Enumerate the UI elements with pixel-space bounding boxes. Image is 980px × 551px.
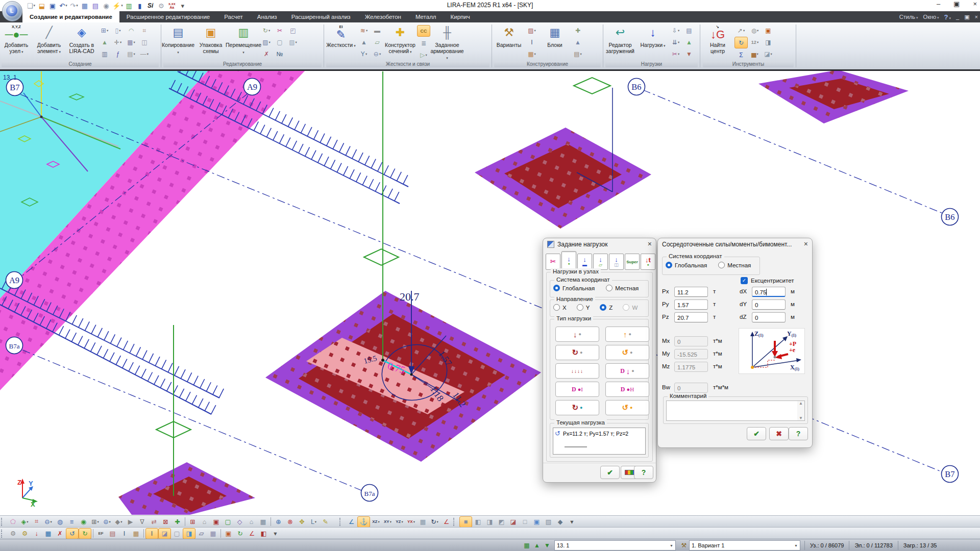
- building-icon[interactable]: ▥: [99, 48, 111, 59]
- fragment-icon[interactable]: ▢: [274, 37, 286, 47]
- mesh-view-icon[interactable]: ▦: [257, 517, 269, 527]
- local-axes-icon[interactable]: ∠: [246, 529, 258, 539]
- show-contour-icon[interactable]: ▱: [195, 529, 207, 539]
- dynamic-force-button[interactable]: D↓●: [605, 363, 649, 379]
- select-similar-icon[interactable]: ⊜▾: [101, 517, 113, 527]
- select-vertical-icon[interactable]: ◍: [54, 517, 66, 527]
- select-block-icon[interactable]: ⊞▾: [89, 517, 101, 527]
- pan-icon[interactable]: ✥: [296, 517, 308, 527]
- numbers-off-icon[interactable]: ↓: [31, 529, 42, 539]
- ef-stiffness-icon[interactable]: EF: [95, 529, 107, 539]
- invert-selection-icon[interactable]: ⇄: [148, 517, 160, 527]
- pz-field[interactable]: 20.7: [674, 312, 708, 322]
- coord-system-2-radio[interactable]: Местная: [718, 262, 751, 268]
- copy-props-icon[interactable]: ▧▾: [287, 37, 299, 47]
- unhide-icon[interactable]: ◇: [234, 517, 246, 527]
- wind-load-icon[interactable]: ▲: [683, 37, 695, 47]
- eccentricity-checkbox[interactable]: ✓ Ексцентриситет: [741, 277, 794, 284]
- pressure-icon[interactable]: ⇩▾: [670, 25, 682, 36]
- calc-sum-icon[interactable]: Σ: [734, 49, 748, 60]
- close-icon[interactable]: ×: [648, 240, 652, 248]
- tab-temp-loads[interactable]: ↓t●: [641, 254, 655, 270]
- concrete-icon[interactable]: ▨▾: [526, 25, 538, 36]
- proj-xy-icon[interactable]: XY▾: [382, 517, 394, 527]
- mdi-close-button[interactable]: ×: [975, 14, 978, 20]
- view-cube-right-icon[interactable]: ◪: [507, 517, 519, 527]
- dynamic-impulse-button[interactable]: D●I: [555, 382, 599, 397]
- variants-button[interactable]: ⚒Варианты: [493, 24, 525, 48]
- palette-icon[interactable]: ▣: [762, 25, 774, 36]
- stamp-icon[interactable]: ✗: [260, 48, 273, 59]
- view-cube-face-icon[interactable]: ▣: [531, 517, 543, 527]
- plate-icon[interactable]: ▤▾: [125, 48, 137, 59]
- force-down-button[interactable]: ↓●: [555, 327, 599, 342]
- toolbar-grip[interactable]: [453, 518, 457, 526]
- brush-select-icon[interactable]: ✚: [172, 517, 183, 527]
- load-case-editor-button[interactable]: ↩Редакторзагружений: [604, 24, 636, 54]
- show-mesh-icon[interactable]: ▦: [207, 529, 219, 539]
- case-combo[interactable]: 13. 1▼: [554, 540, 676, 550]
- delete-load-icon[interactable]: ✂▾: [670, 48, 682, 59]
- comment-scrollbar[interactable]: ▲▼: [797, 401, 804, 420]
- toolbar-overflow-icon[interactable]: ▾: [566, 517, 578, 527]
- app-logo[interactable]: L: [2, 1, 22, 21]
- frame-view-icon[interactable]: ⌂: [246, 517, 257, 527]
- rotate-left-icon[interactable]: ↺: [66, 528, 79, 539]
- loads-button[interactable]: ↓Нагрузки ▾: [637, 24, 669, 49]
- create-in-lira-cad-button[interactable]: ◈Создать вLIRA-CAD: [66, 24, 97, 54]
- case-up-icon[interactable]: ▲: [532, 541, 542, 550]
- support-icon[interactable]: ▲: [358, 37, 370, 47]
- dialog-title-bar[interactable]: Сосредоточенные силы/моменты/бимомент...: [658, 238, 812, 251]
- temp-load-icon[interactable]: ▼: [683, 48, 695, 59]
- variant-combo[interactable]: 1. Вариант 1▼: [689, 540, 800, 550]
- section-view-icon[interactable]: I: [118, 529, 130, 539]
- surface-formula-icon[interactable]: ƒ: [112, 48, 124, 59]
- joint-icon[interactable]: ✚: [572, 25, 584, 36]
- view-cube-section-icon[interactable]: ▧: [543, 517, 554, 527]
- proj-yx-icon[interactable]: YX▾: [405, 517, 417, 527]
- flags-icon[interactable]: ◧: [258, 529, 270, 539]
- restore-button[interactable]: ▣: [953, 0, 960, 8]
- tab-расчет[interactable]: Расчет: [217, 11, 250, 22]
- select-special-icon[interactable]: ◆▾: [113, 517, 125, 527]
- view-cube-left-icon[interactable]: ◩: [496, 517, 507, 527]
- dynamic-harmonic-button[interactable]: D●H: [605, 382, 649, 397]
- tab-plate-loads[interactable]: ↓▱: [593, 254, 608, 270]
- show-plates-icon[interactable]: ◪: [158, 528, 171, 539]
- dz-field[interactable]: 0: [752, 312, 786, 322]
- coord-system-1-radio[interactable]: Глобальная: [666, 262, 707, 268]
- px-field[interactable]: 11.2: [674, 287, 708, 297]
- help-button[interactable]: ?: [789, 427, 808, 440]
- truss-icon[interactable]: ▲: [99, 37, 111, 47]
- tab-расширенное-редактирование[interactable]: Расширенное редактирование: [119, 11, 217, 22]
- blocks-button[interactable]: ▦Блоки: [539, 24, 571, 48]
- apply-button[interactable]: ✔: [747, 427, 766, 440]
- pick-icon[interactable]: ◍▾: [749, 25, 761, 36]
- help-menu[interactable]: ? ▾: [944, 13, 951, 21]
- add-element-button[interactable]: ╱Добавитьэлемент ▾: [33, 24, 65, 55]
- stiffness-table-icon[interactable]: ≣: [417, 38, 430, 48]
- apply-button[interactable]: ✔: [600, 466, 620, 479]
- case-down-icon[interactable]: ▼: [542, 541, 552, 550]
- view-cube-wire-icon[interactable]: □: [519, 517, 531, 527]
- select-horizontal-icon[interactable]: ≡: [66, 517, 78, 527]
- color-table-icon[interactable]: ▦: [42, 529, 54, 539]
- tab-металл[interactable]: Металл: [408, 11, 444, 22]
- filter-icon[interactable]: ∇: [136, 517, 148, 527]
- comment-textarea[interactable]: ▲▼: [666, 400, 805, 421]
- tab-создание-и-редактирование[interactable]: Создание и редактирование: [22, 11, 119, 22]
- cancel-button[interactable]: ✖: [769, 427, 789, 440]
- find-center-button[interactable]: ↘↓GНайтицентр: [702, 24, 733, 54]
- add-node-button[interactable]: X,Y,Z─●─Добавитьузел ▾: [1, 24, 32, 55]
- node-design-icon[interactable]: ▲: [572, 37, 584, 47]
- options-gear-icon[interactable]: ⚙: [19, 529, 31, 539]
- concentrated-forces-dialog[interactable]: Сосредоточенные силы/моменты/бимомент...…: [657, 238, 813, 448]
- zoom-out-icon[interactable]: ⊗: [284, 517, 296, 527]
- line-icon[interactable]: —▾: [138, 48, 151, 59]
- given-reinforcement-button[interactable]: ╫Заданноеармирование ▾: [431, 24, 463, 61]
- mdi-restore-button[interactable]: ▣: [964, 14, 969, 20]
- copy-button[interactable]: ▤Копирование ▾: [162, 24, 194, 55]
- measure-icon[interactable]: ↗▾: [734, 25, 748, 36]
- cylinder-icon[interactable]: ▯▾: [112, 25, 124, 36]
- palette-view-icon[interactable]: ▣: [223, 529, 234, 539]
